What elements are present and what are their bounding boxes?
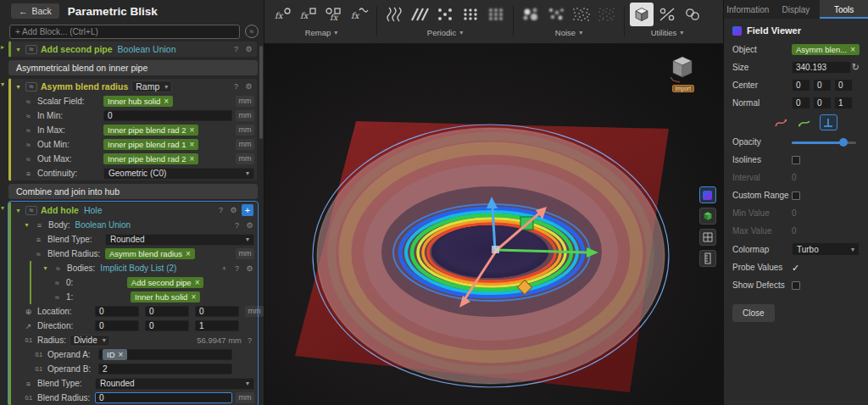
node-asymm-blend-radius[interactable]: ▾ ≈ Asymm blend radius Ramp▾ ? ⚙ ≈ Scala… <box>8 78 258 181</box>
chain-link-icon[interactable] <box>681 3 704 26</box>
radius-operation-select[interactable]: Divide▾ <box>70 335 110 347</box>
normal-z-input[interactable]: 1 <box>834 97 853 109</box>
size-input[interactable]: 340.193 <box>792 61 851 74</box>
help-icon[interactable]: ? <box>231 82 241 91</box>
blend-type-select[interactable]: Rounded▾ <box>95 378 254 390</box>
gaussian-noise-fine-icon[interactable] <box>544 3 568 26</box>
percent-measure-icon[interactable] <box>655 3 679 26</box>
remap-shapes-fx-icon[interactable]: fx <box>322 3 346 26</box>
settings-icon[interactable]: ⚙ <box>244 45 253 53</box>
field-viewer-toggle-icon[interactable] <box>699 186 716 203</box>
location-x-input[interactable]: 0 <box>95 306 139 317</box>
opacity-slider[interactable] <box>792 137 856 147</box>
location-y-input[interactable]: 0 <box>145 306 189 317</box>
block-type-select[interactable]: Ramp▾ <box>131 80 172 92</box>
ref-tag[interactable]: Inner hub solid× <box>103 96 173 107</box>
left-scrollbar[interactable] <box>259 46 263 139</box>
dice-dots-icon[interactable] <box>433 3 457 26</box>
ref-tag[interactable]: Inner pipe blend rad 2× <box>103 153 198 164</box>
remap-menu[interactable]: Remap▾ <box>305 28 338 37</box>
close-button[interactable]: Close <box>732 304 775 322</box>
dot-grid-icon[interactable] <box>459 3 482 26</box>
ref-tag[interactable]: Asymm blend radius× <box>105 248 195 259</box>
direction-z-input[interactable]: 1 <box>195 320 239 331</box>
continuity-select[interactable]: Geometric (C0)▾ <box>103 168 254 180</box>
tab-information[interactable]: Information <box>724 0 772 19</box>
settings-icon[interactable]: ⚙ <box>244 82 253 91</box>
collapse-icon[interactable]: ▾ <box>14 46 22 53</box>
ref-tag[interactable]: Inner pipe blend rad 2× <box>103 125 198 136</box>
help-icon[interactable]: ? <box>245 336 254 345</box>
ruler-icon[interactable] <box>699 250 716 267</box>
ref-tag[interactable]: Inner hub solid× <box>131 291 200 302</box>
viewport-canvas[interactable] <box>264 44 723 405</box>
settings-icon[interactable]: ⚙ <box>245 221 254 230</box>
remap-fx-wave-icon[interactable]: fx <box>348 3 371 26</box>
refresh-icon[interactable]: ↻ <box>852 62 860 73</box>
show-defects-checkbox[interactable] <box>792 281 800 290</box>
remove-tag-icon[interactable]: × <box>189 154 194 164</box>
mesh-grid-icon[interactable] <box>699 229 716 246</box>
remove-tag-icon[interactable]: × <box>189 140 194 149</box>
cube-tool-icon[interactable] <box>630 3 654 26</box>
tree-marker-hole-icon[interactable]: ▾ <box>1 205 4 212</box>
material-cube-icon[interactable] <box>699 208 716 225</box>
ref-tag[interactable]: Add second pipe× <box>127 277 204 288</box>
ref-tag[interactable]: Inner pipe blend rad 1× <box>103 139 198 150</box>
operand-a-input[interactable]: ID× <box>98 349 232 360</box>
in-min-input[interactable]: 0 <box>103 110 232 121</box>
wave-lines-icon[interactable] <box>382 3 406 26</box>
help-icon[interactable]: ? <box>216 206 225 214</box>
location-z-input[interactable]: 0 <box>195 306 239 317</box>
remove-tag-icon[interactable]: × <box>164 97 169 106</box>
white-noise-icon[interactable] <box>570 3 593 26</box>
help-icon[interactable]: ? <box>232 264 242 273</box>
operand-b-input[interactable]: 2 <box>98 363 232 374</box>
ref-tag[interactable]: ID× <box>103 349 127 360</box>
remap-fx-circle-icon[interactable]: fx <box>271 3 295 26</box>
object-ref-tag[interactable]: Asymm blen...× <box>792 44 860 55</box>
blend-radius-input[interactable]: 0 <box>95 392 232 403</box>
direction-y-input[interactable]: 0 <box>145 320 189 331</box>
view-cube[interactable] <box>669 54 696 83</box>
add-block-input[interactable] <box>9 25 240 39</box>
gaussian-noise-icon[interactable] <box>519 3 542 26</box>
settings-icon[interactable]: ⚙ <box>245 264 254 273</box>
remove-tag-icon[interactable]: × <box>186 249 191 258</box>
help-icon[interactable]: ? <box>232 221 242 230</box>
pick-surface-icon[interactable] <box>797 115 813 130</box>
add-item-icon[interactable]: + <box>220 264 229 273</box>
dot-grid-blur-icon[interactable] <box>484 3 508 26</box>
diagonal-stripes-icon[interactable] <box>408 3 431 26</box>
probe-values-checkbox[interactable]: ✓ <box>792 264 799 272</box>
collapse-icon[interactable]: ▾ <box>14 83 22 91</box>
back-button[interactable]: ← Back <box>11 3 59 19</box>
collapse-icon[interactable]: ▾ <box>14 207 22 214</box>
center-y-input[interactable]: 0 <box>813 79 832 92</box>
node-add-second-pipe[interactable]: ▾ ≈ Add second pipe Boolean Union ? ⚙ <box>8 41 258 58</box>
remove-tag-icon[interactable]: × <box>119 350 124 359</box>
normal-y-input[interactable]: 0 <box>813 97 832 109</box>
pick-curve-icon[interactable] <box>773 115 789 130</box>
isolines-checkbox[interactable] <box>792 156 800 164</box>
help-icon[interactable]: ? <box>231 45 241 53</box>
center-x-input[interactable]: 0 <box>792 79 810 92</box>
tab-display[interactable]: Display <box>772 0 821 19</box>
custom-range-checkbox[interactable] <box>792 191 800 200</box>
periodic-menu[interactable]: Periodic▾ <box>427 28 463 37</box>
pick-axis-icon[interactable] <box>821 115 837 130</box>
gizmo-center-handle[interactable] <box>492 246 499 253</box>
remove-tag-icon[interactable]: × <box>195 278 200 287</box>
blend-type-select[interactable]: Rounded▾ <box>105 234 254 246</box>
settings-icon[interactable]: ⚙ <box>229 206 238 214</box>
node-add-hole[interactable]: ▾ ≈ Add hole Hole ? ⚙ + ▾ ≡ Body: Boolea… <box>8 202 258 405</box>
direction-x-input[interactable]: 0 <box>95 320 139 331</box>
collapse-icon[interactable]: ▾ <box>23 221 31 229</box>
tab-tools[interactable]: Tools <box>820 0 868 19</box>
remap-fx-square-icon[interactable]: fx <box>297 3 320 26</box>
center-z-input[interactable]: 0 <box>834 79 853 92</box>
normal-x-input[interactable]: 0 <box>792 97 810 109</box>
colormap-select[interactable]: Turbo▾ <box>792 242 860 256</box>
add-input-button[interactable]: + <box>242 204 253 216</box>
remove-tag-icon[interactable]: × <box>189 125 194 135</box>
